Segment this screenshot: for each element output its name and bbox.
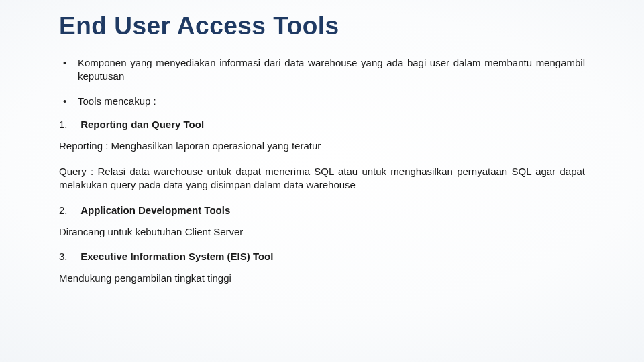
item-label: Application Development Tools (80, 204, 230, 216)
numbered-item-2: 2. Application Development Tools (59, 204, 585, 216)
item-number: 3. (59, 251, 78, 262)
item-label: Reporting dan Query Tool (80, 119, 204, 130)
bullet-item: Komponen yang menyediakan informasi dari… (59, 56, 585, 84)
paragraph-query: Query : Relasi data warehouse untuk dapa… (59, 165, 585, 192)
paragraph-reporting: Reporting : Menghasilkan laporan operasi… (59, 139, 585, 153)
numbered-item-3: 3. Executive Information System (EIS) To… (59, 251, 585, 262)
bullet-list: Komponen yang menyediakan informasi dari… (59, 56, 585, 108)
page-title: End User Access Tools (59, 12, 585, 40)
item-label: Executive Information System (EIS) Tool (80, 251, 273, 262)
paragraph-adt: Dirancang untuk kebutuhan Client Server (59, 225, 585, 239)
bullet-item: Tools mencakup : (59, 95, 585, 108)
paragraph-eis: Mendukung pengambilan tingkat tinggi (59, 272, 585, 285)
item-number: 1. (59, 119, 78, 130)
numbered-item-1: 1. Reporting dan Query Tool (59, 119, 585, 130)
slide: End User Access Tools Komponen yang meny… (0, 0, 644, 362)
item-number: 2. (59, 204, 78, 216)
